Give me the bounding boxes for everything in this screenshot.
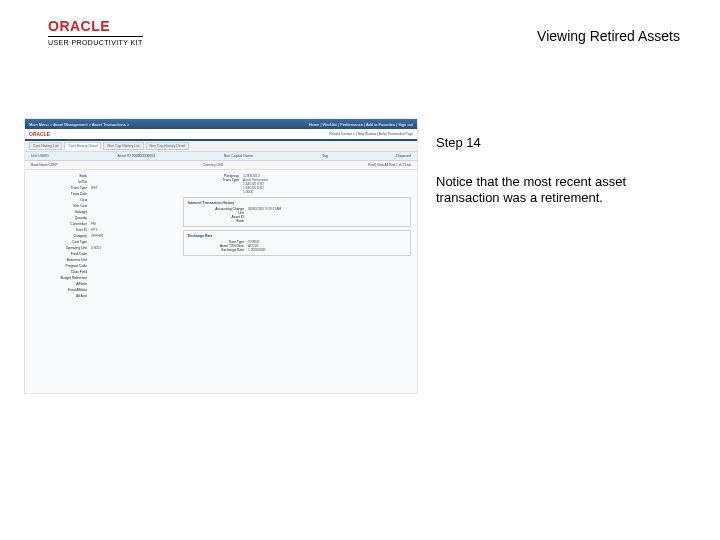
tab-non-cap-history-detail[interactable]: Non Cap History Detail bbox=[146, 142, 190, 150]
field-value: FM bbox=[91, 222, 96, 226]
brand-block: ORACLE USER PRODUCTIVITY KIT bbox=[48, 18, 143, 46]
field-row: Quantity bbox=[31, 216, 171, 220]
field-label: Class Field bbox=[31, 270, 87, 274]
tab-strip: Cost History List Cost History Detail No… bbox=[25, 141, 417, 152]
field-label: Exchange Rate bbox=[188, 248, 244, 252]
right-column: Postgroup12/31/2010Trans TypeAsset Retir… bbox=[177, 170, 417, 392]
field-row: Budget Reference bbox=[31, 276, 171, 280]
book-bar: Book Name CORP Currency USD Find | View … bbox=[25, 161, 417, 170]
asset-desc: Non Capital Owner bbox=[224, 154, 254, 158]
field-label: Book bbox=[31, 174, 87, 178]
field-row: Exchange Rate1.00000000 bbox=[188, 248, 406, 252]
field-label: Trans Type bbox=[183, 178, 239, 182]
field-row: Non Cost bbox=[31, 204, 171, 208]
field-row: CategoryOFFHW bbox=[31, 234, 171, 238]
field-label: Cost bbox=[31, 198, 87, 202]
field-row: Affiliate bbox=[31, 282, 171, 286]
field-row: Book bbox=[31, 174, 171, 178]
book-name: Book Name CORP bbox=[31, 163, 58, 167]
field-row: Class Field bbox=[31, 270, 171, 274]
field-label: Non Cost bbox=[31, 204, 87, 208]
field-label: Alt Acct bbox=[31, 294, 87, 298]
field-row: User IDVP1 bbox=[31, 228, 171, 232]
field-label: Business Unit bbox=[31, 258, 87, 262]
app-topbar: Main Menu > Asset Management > Asset Tra… bbox=[25, 119, 417, 129]
field-row: Book bbox=[188, 219, 406, 223]
field-row: Program Code bbox=[31, 264, 171, 268]
tab-cost-history-detail[interactable]: Cost History Detail bbox=[64, 142, 101, 150]
field-row: Cost Type bbox=[31, 240, 171, 244]
field-label: User ID bbox=[31, 228, 87, 232]
page-title: Viewing Retired Assets bbox=[537, 28, 680, 44]
asset-id-field: Asset ID 000000000004 bbox=[118, 154, 156, 158]
panel-title: Exchange Rate bbox=[188, 234, 406, 238]
field-label: In/Out bbox=[31, 180, 87, 184]
page: ORACLE USER PRODUCTIVITY KIT Viewing Ret… bbox=[0, 0, 720, 540]
field-label: Category bbox=[31, 234, 87, 238]
field-row: Business Unit bbox=[31, 258, 171, 262]
field-row: Trans TypeRET bbox=[31, 186, 171, 190]
brand-subline: USER PRODUCTIVITY KIT bbox=[48, 36, 143, 46]
field-label: Salvage bbox=[31, 210, 87, 214]
app-header: ORACLE Related Content ▾ | New Window | … bbox=[25, 129, 417, 141]
field-row: 1.0000 bbox=[183, 190, 411, 194]
field-label: Operating Unit bbox=[31, 246, 87, 250]
topbar-links: Home | Worklist | Performance | Add to F… bbox=[309, 122, 413, 127]
field-row: Alt Acct bbox=[31, 294, 171, 298]
field-row: Trans Date bbox=[31, 192, 171, 196]
left-field-column: BookIn/OutTrans TypeRETTrans DateCostNon… bbox=[25, 170, 177, 392]
field-label: Budget Reference bbox=[31, 276, 87, 280]
exchange-rate-panel: Exchange Rate Rate TypeCRRNTAsset TXN De… bbox=[183, 230, 411, 256]
field-row: Fund Code bbox=[31, 252, 171, 256]
unit-field: Unit US001 bbox=[31, 154, 49, 158]
field-value: OFFHW bbox=[91, 234, 103, 238]
interunit-panel: Interunit Transaction History Accounting… bbox=[183, 197, 411, 227]
field-value: 1.0000 bbox=[243, 190, 253, 194]
app-oracle-logo: ORACLE bbox=[29, 131, 50, 137]
field-label: Trans Date bbox=[31, 192, 87, 196]
step-label: Step 14 bbox=[436, 135, 481, 150]
field-row: Fund Affiliate bbox=[31, 288, 171, 292]
field-label: Fund Affiliate bbox=[31, 288, 87, 292]
status-value: Disposed bbox=[396, 154, 411, 158]
header-links: Related Content ▾ | New Window | Help | … bbox=[329, 132, 413, 136]
currency: Currency USD bbox=[203, 163, 224, 167]
field-row: In/Out bbox=[31, 180, 171, 184]
panel-title: Interunit Transaction History bbox=[188, 201, 406, 205]
field-label: Trans Type bbox=[31, 186, 87, 190]
asset-summary-bar: Unit US001 Asset ID 000000000004 Non Cap… bbox=[25, 152, 417, 161]
field-value: RET bbox=[91, 186, 98, 190]
app-screenshot: Main Menu > Asset Management > Asset Tra… bbox=[24, 118, 418, 394]
field-label: Program Code bbox=[31, 264, 87, 268]
field-value: 06/30/2007 9:29:19AM bbox=[248, 207, 281, 211]
mid-values: Postgroup12/31/2010Trans TypeAsset Retir… bbox=[183, 174, 411, 194]
breadcrumb-path: Main Menu > Asset Management > Asset Tra… bbox=[29, 122, 129, 127]
field-row: ConventionFM bbox=[31, 222, 171, 226]
field-row: Cost bbox=[31, 198, 171, 202]
field-label: Fund Code bbox=[31, 252, 87, 256]
field-value: US001 bbox=[91, 246, 101, 250]
field-label: Cost Type bbox=[31, 240, 87, 244]
pager[interactable]: Find | View All First 1 of 2 Last bbox=[368, 163, 411, 167]
field-value: VP1 bbox=[91, 228, 97, 232]
field-value: 1.00000000 bbox=[248, 248, 265, 252]
field-label: Quantity bbox=[31, 216, 87, 220]
instruction-text: Notice that the most recent asset transa… bbox=[436, 174, 676, 207]
field-label: Affiliate bbox=[31, 282, 87, 286]
oracle-logo: ORACLE bbox=[48, 18, 143, 34]
tag-label: Tag bbox=[322, 154, 328, 158]
app-body: BookIn/OutTrans TypeRETTrans DateCostNon… bbox=[25, 170, 417, 392]
tab-cost-history-list[interactable]: Cost History List bbox=[29, 142, 62, 150]
field-row: Salvage bbox=[31, 210, 171, 214]
field-label: Convention bbox=[31, 222, 87, 226]
field-label: Book bbox=[188, 219, 244, 223]
field-row: Operating UnitUS001 bbox=[31, 246, 171, 250]
tab-non-cap-history-list[interactable]: Non Cap History List bbox=[103, 142, 143, 150]
